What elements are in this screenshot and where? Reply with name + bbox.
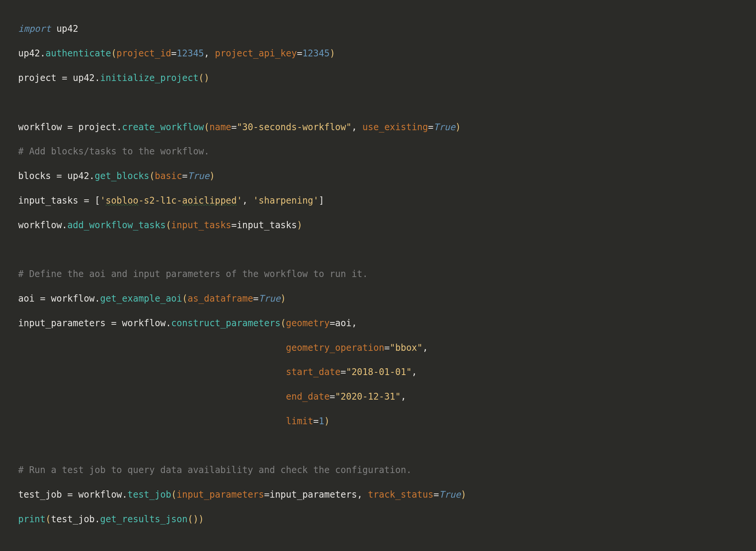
code-line-16: end_date="2020-12-31", [18, 391, 738, 403]
typo-sobloo: sobloo [106, 195, 138, 206]
code-line-5: workflow = project.create_workflow(name=… [18, 121, 738, 133]
fn-authenticate: authenticate [45, 48, 111, 59]
code-block: import up42 up42.authenticate(project_id… [0, 0, 756, 551]
code-line-13: input_parameters = workflow.construct_pa… [18, 317, 738, 329]
typo-aoiclipped: aoiclipped [182, 195, 237, 206]
fn-get-results-json: get_results_json [100, 514, 188, 525]
code-line-22 [18, 538, 738, 550]
fn-get-blocks: get_blocks [95, 171, 149, 181]
fn-print: print [18, 514, 45, 525]
fn-construct-parameters: construct_parameters [171, 318, 281, 328]
comment: # Define the aoi and input parameters of… [18, 269, 368, 279]
code-line-18 [18, 440, 738, 452]
code-line-2: up42.authenticate(project_id=12345, proj… [18, 47, 738, 59]
code-line-8: input_tasks = ['sobloo-s2-l1c-aoiclipped… [18, 195, 738, 207]
fn-add-workflow-tasks: add_workflow_tasks [67, 220, 166, 230]
code-line-14: geometry_operation="bbox", [18, 342, 738, 354]
module-name: up42 [56, 23, 78, 34]
code-line-6: # Add blocks/tasks to the workflow. [18, 145, 738, 157]
code-line-19: # Run a test job to query data availabil… [18, 464, 738, 476]
code-line-7: blocks = up42.get_blocks(basic=True) [18, 170, 738, 182]
code-line-9: workflow.add_workflow_tasks(input_tasks=… [18, 219, 738, 231]
comment: # Add blocks/tasks to the workflow. [18, 146, 210, 157]
code-line-4 [18, 97, 738, 109]
fn-get-example-aoi: get_example_aoi [100, 293, 182, 304]
comment: # Run a test job to query data availabil… [18, 465, 411, 475]
code-line-20: test_job = workflow.test_job(input_param… [18, 489, 738, 501]
code-line-21: print(test_job.get_results_json()) [18, 513, 738, 525]
keyword-import: import [18, 23, 51, 34]
code-line-12: aoi = workflow.get_example_aoi(as_datafr… [18, 293, 738, 305]
fn-initialize-project: initialize_project [100, 73, 199, 83]
code-line-11: # Define the aoi and input parameters of… [18, 268, 738, 280]
fn-test-job: test_job [127, 489, 171, 500]
fn-create-workflow: create_workflow [122, 122, 204, 132]
code-line-15: start_date="2018-01-01", [18, 366, 738, 378]
code-line-10 [18, 243, 738, 255]
code-line-1: import up42 [18, 23, 738, 35]
code-line-3: project = up42.initialize_project() [18, 72, 738, 84]
code-line-17: limit=1) [18, 415, 738, 427]
